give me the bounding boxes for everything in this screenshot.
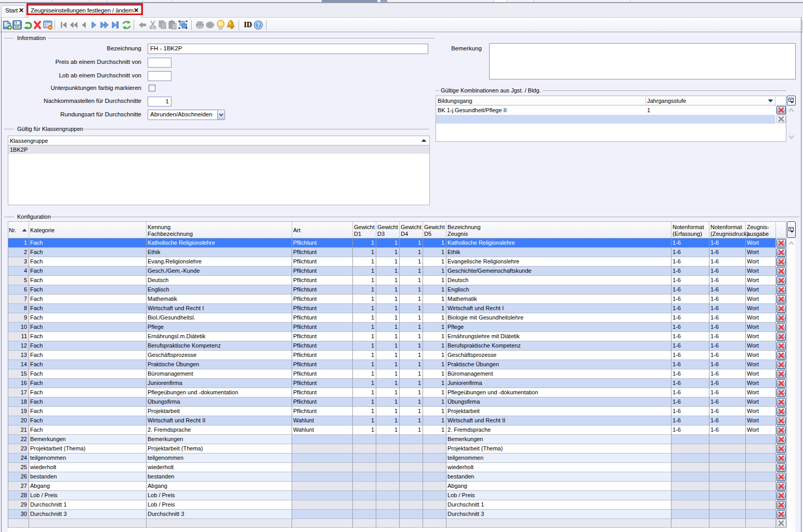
- svg-text:?: ?: [257, 22, 260, 28]
